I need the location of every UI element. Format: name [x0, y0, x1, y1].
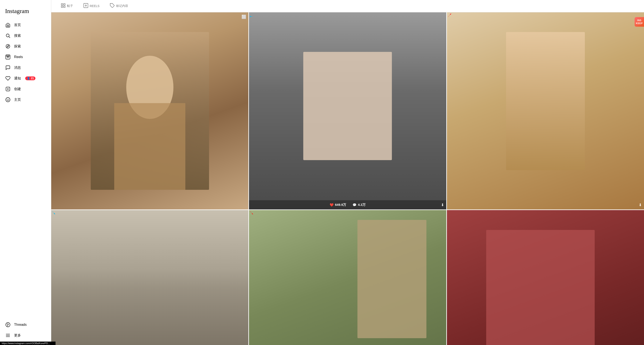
sidebar-bottom: Threads 更多: [2, 320, 48, 341]
sidebar-item-more-label: 更多: [14, 333, 21, 338]
create-icon: [5, 86, 11, 92]
grid-item-3[interactable]: ⬇: [447, 12, 644, 210]
svg-rect-21: [64, 6, 65, 8]
likes-count: 649.9万: [335, 203, 346, 207]
sidebar-item-home-label: 首页: [14, 23, 21, 27]
profile-icon: [5, 97, 11, 102]
app-logo: Instagram: [2, 4, 48, 20]
comments-stat: 💬 4.3万: [352, 203, 366, 207]
status-url: https://www.instagram.com/r/OOBa/Kore/PD…: [2, 342, 50, 344]
ins-keep-badge[interactable]: INS KEEP: [634, 17, 644, 27]
sidebar-item-explore-label: 探索: [14, 44, 21, 49]
sidebar-item-messages[interactable]: 消息: [2, 62, 48, 73]
tab-tagged[interactable]: 标记内容: [105, 0, 133, 12]
sidebar-item-search-label: 搜索: [14, 34, 21, 38]
svg-point-23: [85, 5, 86, 6]
sidebar-item-profile-label: 主页: [14, 98, 21, 102]
stats-overlay: ❤️ 649.9万 💬 4.3万: [249, 200, 446, 210]
photo-grid: ⬜ ❤️ 649.9万 💬 4.3万: [51, 12, 644, 345]
main-content: 帖子 REELS 标记内容: [51, 0, 644, 345]
tab-posts-label: 帖子: [67, 4, 73, 8]
status-bar: https://www.instagram.com/r/OOBa/Kore/PD…: [0, 342, 56, 345]
svg-point-12: [7, 99, 8, 100]
photo-1: [51, 12, 248, 210]
sidebar-item-explore[interactable]: 探索: [2, 41, 48, 52]
sidebar-item-reels-label: Reels: [14, 55, 23, 59]
sidebar-item-threads-label: Threads: [14, 323, 27, 327]
grid-item-6[interactable]: ⬇: [447, 210, 644, 345]
grid-icon: [61, 3, 66, 9]
grid-item-4[interactable]: ⬇: [51, 210, 248, 345]
svg-rect-4: [6, 55, 10, 59]
tab-bar: 帖子 REELS 标记内容: [51, 0, 644, 12]
svg-rect-20: [61, 6, 63, 8]
tab-reels[interactable]: REELS: [78, 0, 105, 12]
tab-posts[interactable]: 帖子: [56, 0, 78, 12]
svg-rect-18: [61, 4, 63, 5]
svg-point-0: [6, 34, 9, 37]
more-icon: [5, 332, 11, 338]
sidebar-item-threads[interactable]: Threads: [2, 320, 48, 330]
comments-count: 4.3万: [358, 203, 366, 207]
sidebar-item-reels[interactable]: Reels: [2, 52, 48, 62]
tab-reels-label: REELS: [90, 4, 100, 8]
home-icon: [5, 22, 11, 28]
explore-icon: [5, 44, 11, 49]
tag-icon: [110, 3, 115, 9]
likes-stat: ❤️ 649.9万: [330, 203, 346, 207]
search-icon: [5, 33, 11, 38]
grid-item-5[interactable]: ⬇: [249, 210, 446, 345]
notifications-badge: 👤 21: [25, 76, 36, 80]
sidebar-item-create-label: 创建: [14, 87, 21, 91]
sidebar-item-profile[interactable]: 主页: [2, 94, 48, 105]
threads-icon: [5, 322, 11, 328]
multi-photo-icon: ⬜: [242, 14, 246, 19]
download-icon-2: ⬇: [441, 202, 444, 207]
svg-marker-3: [7, 46, 9, 47]
person-icon: 👤: [27, 77, 30, 80]
sidebar-item-create[interactable]: 创建: [2, 84, 48, 94]
download-icon-3: ⬇: [639, 202, 642, 207]
sidebar-item-home[interactable]: 首页: [2, 20, 48, 30]
grid-item-1[interactable]: ⬜: [51, 12, 248, 210]
sidebar-item-notifications[interactable]: 通知 👤 21: [2, 73, 48, 84]
sidebar-item-more[interactable]: 更多: [2, 330, 48, 341]
tab-reels-icon: [83, 3, 88, 9]
svg-point-5: [7, 56, 8, 58]
reels-icon: [5, 54, 11, 60]
sidebar-item-notifications-label: 通知: [14, 76, 21, 81]
tab-tagged-label: 标记内容: [116, 4, 128, 8]
grid-item-2[interactable]: ❤️ 649.9万 💬 4.3万: [249, 12, 446, 210]
svg-rect-19: [64, 4, 65, 5]
svg-rect-22: [84, 4, 88, 8]
sidebar-item-messages-label: 消息: [14, 66, 21, 70]
sidebar-item-search[interactable]: 搜索: [2, 30, 48, 41]
sidebar: Instagram 首页 搜索: [0, 0, 51, 345]
heart-icon: ❤️: [330, 203, 334, 207]
comment-icon: 💬: [352, 203, 356, 207]
svg-point-13: [8, 99, 9, 100]
messages-icon: [5, 65, 11, 70]
photo-grid-container: ⬜ ❤️ 649.9万 💬 4.3万: [51, 12, 644, 345]
svg-point-2: [6, 44, 10, 48]
main-nav: 首页 搜索 探索: [2, 20, 48, 105]
notifications-icon: [5, 76, 11, 81]
svg-line-1: [9, 37, 10, 38]
